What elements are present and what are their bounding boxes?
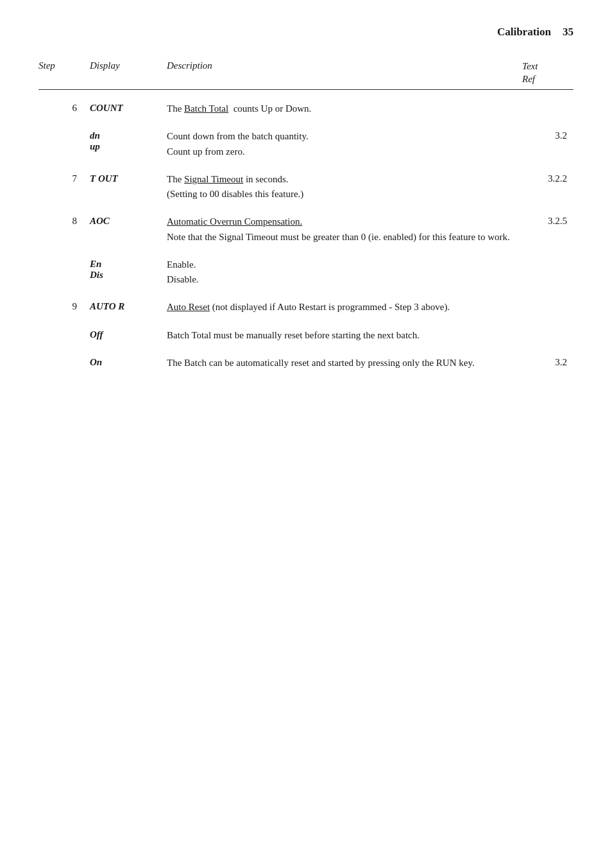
description-text: The Batch Total counts Up or Down. [167, 101, 522, 116]
table-row: dnup Count down from the batch quantity.… [38, 129, 574, 159]
col-step: Step [38, 60, 90, 85]
table-row: 6 COUNT The Batch Total counts Up or Dow… [38, 101, 574, 116]
step-number: 8 [38, 214, 90, 227]
table-row: Off Batch Total must be manually reset b… [38, 328, 574, 343]
display-value: EnDis [90, 257, 167, 281]
description-text: Enable.Disable. [167, 257, 522, 288]
description-text: The Batch can be automatically reset and… [167, 356, 522, 370]
display-value: Off [90, 328, 167, 340]
table-row: EnDis Enable.Disable. [38, 257, 574, 288]
step-number [38, 328, 90, 329]
table-row: On The Batch can be automatically reset … [38, 356, 574, 370]
description-text: Batch Total must be manually reset befor… [167, 328, 522, 343]
text-ref: 3.2 [522, 129, 574, 141]
text-ref [522, 328, 574, 329]
text-ref [522, 101, 574, 103]
text-ref: 3.2 [522, 356, 574, 368]
description-text: Count down from the batch quantity.Count… [167, 129, 522, 159]
display-value: dnup [90, 129, 167, 152]
description-text: Auto Reset (not displayed if Auto Restar… [167, 300, 522, 315]
text-ref [522, 300, 574, 301]
col-display: Display [90, 60, 167, 85]
text-ref [522, 257, 574, 259]
description-text: The Signal Timeout in seconds.(Setting t… [167, 172, 522, 202]
description-text: Automatic Overrun Compensation.Note that… [167, 214, 522, 245]
display-value: AOC [90, 214, 167, 227]
table-row: 7 T OUT The Signal Timeout in seconds.(S… [38, 172, 574, 202]
column-headers: Step Display Description TextRef [38, 60, 574, 90]
step-number [38, 257, 90, 259]
header-page: 35 [563, 26, 574, 39]
table-row: 9 AUTO R Auto Reset (not displayed if Au… [38, 300, 574, 315]
step-number: 6 [38, 101, 90, 114]
step-number: 7 [38, 172, 90, 184]
col-textref: TextRef [522, 60, 574, 85]
main-table: Step Display Description TextRef 6 COUNT… [38, 60, 574, 370]
display-value: T OUT [90, 172, 167, 184]
page-header: Calibration 35 [38, 26, 574, 41]
display-value: On [90, 356, 167, 368]
header-title: Calibration [497, 26, 551, 39]
step-number: 9 [38, 300, 90, 312]
col-description: Description [167, 60, 522, 85]
step-number [38, 356, 90, 357]
display-value: AUTO R [90, 300, 167, 312]
step-number [38, 129, 90, 130]
display-value: COUNT [90, 101, 167, 114]
text-ref: 3.2.5 [522, 214, 574, 227]
text-ref: 3.2.2 [522, 172, 574, 184]
table-row: 8 AOC Automatic Overrun Compensation.Not… [38, 214, 574, 245]
